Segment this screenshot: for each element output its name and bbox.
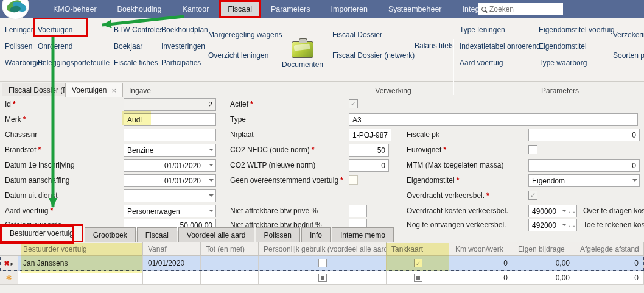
ribbon-item-type-waarborg[interactable]: Type waarborg	[539, 55, 615, 71]
tab-polissen[interactable]: Polissen	[256, 227, 300, 242]
row-selector[interactable]: ✱	[0, 271, 18, 285]
menu-item-kantoor[interactable]: Kantoor	[172, 0, 220, 18]
co2-wltp-field[interactable]: 0	[349, 159, 389, 172]
tab-bestuurder-voertuig[interactable]: Bestuurder voertuig	[0, 224, 83, 242]
ribbon-item-eigendomstitel[interactable]: Eigendomstitel	[539, 38, 615, 55]
ribbon-item-margeregeling-wagens[interactable]: Margeregeling wagens	[208, 27, 282, 43]
cell-vanaf[interactable]: 01/01/2020	[143, 256, 201, 270]
mtm-field[interactable]: 0	[528, 159, 640, 172]
eigendomstitel-dropdown[interactable]: Eigendom	[528, 174, 640, 187]
fiscale-pk-field[interactable]: 0	[528, 129, 640, 141]
menu-item-parameters[interactable]: Parameters	[261, 0, 321, 18]
ribbon-item-onroerend[interactable]: Onroerend	[38, 38, 110, 55]
cell-bestuurder[interactable]	[18, 271, 143, 284]
ribbon-item-overzicht-leningen[interactable]: Overzicht leningen	[208, 48, 282, 64]
row-selector[interactable]: ✖ ▸	[0, 256, 18, 271]
chevron-down-icon[interactable]	[562, 210, 567, 212]
eurovignet-checkbox[interactable]	[528, 145, 537, 154]
id-field[interactable]: 2	[124, 98, 216, 111]
table-row-new[interactable]: ✱ 0 0,00 0	[0, 271, 644, 285]
menu-item-importeren[interactable]: Importeren	[321, 0, 378, 18]
cell-afgelegde-afstand[interactable]: 0	[575, 271, 644, 284]
menu-item-kmo-beheer[interactable]: KMO-beheer	[43, 0, 107, 18]
search-input[interactable]	[489, 5, 556, 13]
ribbon-item-voertuigen[interactable]: Voertuigen	[38, 22, 110, 38]
nrplaat-field[interactable]: 1-POJ-987	[349, 129, 391, 141]
cell-km-woon-werk[interactable]: 0	[450, 256, 513, 270]
ellipsis-button[interactable]: …	[569, 221, 576, 228]
ribbon-item-fiscaal-dossier[interactable]: Fiscaal Dossier	[332, 27, 415, 43]
cell-tot[interactable]	[201, 256, 259, 270]
cell-afgelegde-afstand[interactable]: 0	[575, 256, 644, 270]
persoonlijk-gebruik-checkbox[interactable]	[318, 259, 327, 267]
chevron-down-icon[interactable]	[209, 210, 214, 212]
overdracht-verkeersbel-checkbox[interactable]: ✓	[528, 191, 537, 200]
grid-header-eigen-bijdrage[interactable]: Eigen bijdrage	[513, 242, 575, 255]
tab-fiscaal[interactable]: Fiscaal	[137, 227, 177, 242]
ribbon-item-balans-titels[interactable]: Balans titels	[415, 38, 454, 54]
brandstof-dropdown[interactable]: Benzine	[124, 144, 216, 157]
chevron-down-icon[interactable]	[632, 179, 637, 182]
tab-grootboek[interactable]: Grootboek	[85, 227, 136, 242]
chassisnr-field[interactable]	[124, 129, 216, 141]
ribbon-item-investeringen[interactable]: Investeringen	[161, 38, 208, 55]
persoonlijk-gebruik-checkbox[interactable]	[318, 274, 327, 282]
ribbon-item-fiscale-fiches[interactable]: Fiscale fiches	[114, 55, 163, 71]
chevron-down-icon[interactable]	[209, 149, 214, 151]
btw-prive-field[interactable]	[349, 205, 367, 217]
table-row[interactable]: ✖ ▸ Jan Janssens 01/01/2020 ✓ 0 0,00 0	[0, 256, 644, 271]
type-field[interactable]: A3	[349, 113, 638, 126]
chevron-down-icon[interactable]	[562, 224, 567, 226]
co2-nedc-field[interactable]: 50	[349, 144, 389, 157]
datum-aanschaffing-field[interactable]: 01/01/2020	[124, 174, 216, 187]
tab-voertuigen[interactable]: Voertuigen ×	[65, 83, 123, 97]
ribbon-item-type-leningen[interactable]: Type leningen	[460, 22, 541, 38]
ribbon-item-aard-voertuig[interactable]: Aard voertuig	[460, 55, 541, 71]
ribbon-item-boekhoudplan[interactable]: Boekhoudplan	[161, 22, 208, 38]
ribbon-item-boekjaar[interactable]: Boekjaar	[114, 38, 163, 55]
chevron-down-icon[interactable]	[209, 194, 214, 197]
grid-header-km-woon-werk[interactable]: Km woon/werk	[450, 242, 513, 255]
cell-tankkaart[interactable]: ✓	[387, 256, 450, 270]
grid-header-bestuurder[interactable]: Bestuurder voertuig	[18, 242, 143, 255]
merk-field[interactable]: Audi	[124, 113, 216, 126]
grid-header-afgelegde-afstand[interactable]: Afgelegde afstand	[575, 242, 644, 255]
tankkaart-checkbox[interactable]	[414, 274, 422, 282]
ribbon-item-soorten-po[interactable]: Soorten po	[613, 48, 644, 64]
actief-checkbox[interactable]: ✓	[349, 99, 358, 108]
menu-item-fiscaal[interactable]: Fiscaal	[219, 0, 261, 18]
ribbon-item-documenten[interactable]: Documenten	[279, 40, 326, 69]
ribbon-item-eigendomstitel-voertuig[interactable]: Eigendomstitel voertuig	[539, 22, 615, 38]
tankkaart-checkbox[interactable]: ✓	[414, 259, 422, 267]
cell-eigen-bijdrage[interactable]: 0,00	[513, 256, 575, 270]
cell-bestuurder[interactable]: Jan Janssens	[18, 256, 143, 270]
ribbon-item-fiscaal-dossier-netwerk[interactable]: Fiscaal Dossier (netwerk)	[332, 48, 415, 64]
cell-persoonlijk-gebruik[interactable]	[259, 271, 387, 284]
tab-info[interactable]: Info	[301, 227, 331, 242]
tab-voordeel-alle-aard[interactable]: Voordeel alle aard	[178, 227, 254, 242]
cell-km-woon-werk[interactable]: 0	[450, 271, 513, 284]
ribbon-item-btw-controles[interactable]: BTW Controles	[114, 22, 163, 38]
close-icon[interactable]: ×	[111, 86, 116, 94]
aard-voertuig-dropdown[interactable]: Personenwagen	[124, 205, 216, 217]
cell-tot[interactable]	[201, 271, 259, 284]
cell-persoonlijk-gebruik[interactable]	[259, 256, 387, 270]
datum-uit-dienst-field[interactable]	[124, 189, 216, 202]
ellipsis-button[interactable]: …	[569, 207, 576, 214]
search-box[interactable]	[478, 3, 563, 15]
geen-overeenstemmend-checkbox[interactable]	[349, 175, 358, 185]
ribbon-item-verzekering[interactable]: Verzekering	[613, 27, 644, 43]
grid-header-tankkaart[interactable]: Tankkaart	[387, 242, 450, 255]
menu-item-systeembeheer[interactable]: Systeembeheer	[378, 0, 452, 18]
datum-1e-inschrijving-field[interactable]: 01/01/2020	[124, 159, 216, 172]
cell-vanaf[interactable]	[143, 271, 201, 284]
grid-header-persoonlijk-gebruik[interactable]: Persoonlijk gebruik (voordeel alle aard)	[259, 242, 387, 255]
tab-interne-memo[interactable]: Interne memo	[332, 227, 394, 242]
grid-header-tot[interactable]: Tot (en met)	[201, 242, 259, 255]
ribbon-item-participaties[interactable]: Participaties	[161, 55, 208, 71]
grid-header-vanaf[interactable]: Vanaf	[143, 242, 201, 255]
chevron-down-icon[interactable]	[209, 179, 214, 182]
ribbon-item-indexatietabel-onroerend[interactable]: Indexatietabel onroerend	[460, 38, 541, 55]
ribbon-item-beleggingsportefeuille[interactable]: Beleggingsportefeuille	[38, 55, 110, 71]
menu-item-boekhouding[interactable]: Boekhouding	[107, 0, 172, 18]
